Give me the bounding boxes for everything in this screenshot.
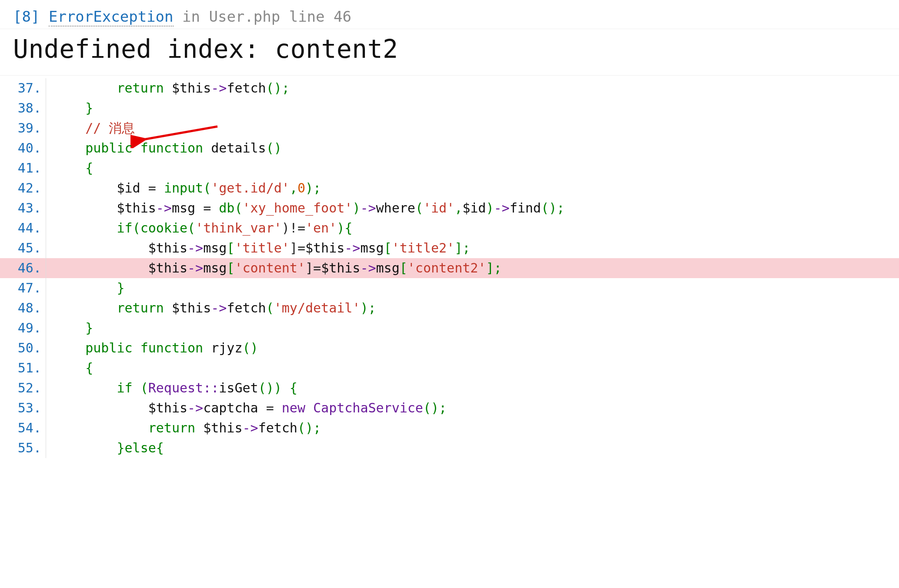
code-line: 43. $this->msg = db('xy_home_foot')->whe… [0, 198, 899, 218]
line-number: 41. [0, 158, 46, 178]
code-content: } [46, 278, 899, 298]
code-content: return $this->fetch('my/detail'); [46, 298, 899, 318]
line-number: 44. [0, 218, 46, 238]
code-line: 54. return $this->fetch(); [0, 418, 899, 438]
line-number: 50. [0, 338, 46, 358]
line-number: 46. [0, 258, 46, 278]
code-line: 37. return $this->fetch(); [0, 78, 899, 98]
exception-link[interactable]: ErrorException [49, 8, 174, 27]
code-content: return $this->fetch(); [46, 78, 899, 98]
code-content: } [46, 318, 899, 338]
code-line: 38. } [0, 98, 899, 118]
exception-header: [8] ErrorException in User.php line 46 [0, 0, 899, 29]
code-content: { [46, 158, 899, 178]
code-content: $id = input('get.id/d',0); [46, 178, 899, 198]
code-line: 42. $id = input('get.id/d',0); [0, 178, 899, 198]
line-number: 37. [0, 78, 46, 98]
in-word: in [182, 8, 200, 25]
code-line: 49. } [0, 318, 899, 338]
line-number: 38. [0, 98, 46, 118]
line-number: 51. [0, 358, 46, 378]
code-content: public function rjyz() [46, 338, 899, 358]
bracket-close: ] [31, 8, 40, 25]
code-content: $this->msg['content']=$this->msg['conten… [46, 258, 899, 278]
code-content: return $this->fetch(); [46, 418, 899, 438]
line-number: 43. [0, 198, 46, 218]
code-line: 47. } [0, 278, 899, 298]
bracket-open: [ [13, 8, 22, 25]
code-line: 46. $this->msg['content']=$this->msg['co… [0, 258, 899, 278]
error-number: 8 [22, 8, 30, 25]
code-content: if(cookie('think_var')!='en'){ [46, 218, 899, 238]
code-content: public function details() [46, 138, 899, 158]
line-number: 39. [0, 118, 46, 138]
code-content: // 消息 [46, 118, 899, 138]
line-number: 42. [0, 178, 46, 198]
code-line: 48. return $this->fetch('my/detail'); [0, 298, 899, 318]
error-title: Undefined index: content2 [0, 29, 899, 76]
line-number: 55. [0, 438, 46, 458]
code-line: 55. }else{ [0, 438, 899, 458]
line-number: 49. [0, 318, 46, 338]
code-line: 40. public function details() [0, 138, 899, 158]
code-content: } [46, 98, 899, 118]
code-content: }else{ [46, 438, 899, 458]
line-number: 53. [0, 398, 46, 418]
code-line: 51. { [0, 358, 899, 378]
line-number: 47. [0, 278, 46, 298]
code-content: $this->msg['title']=$this->msg['title2']… [46, 238, 899, 258]
code-line: 53. $this->captcha = new CaptchaService(… [0, 398, 899, 418]
line-number: 40. [0, 138, 46, 158]
code-line: 50. public function rjyz() [0, 338, 899, 358]
line-number: 54. [0, 418, 46, 438]
code-line: 52. if (Request::isGet()) { [0, 378, 899, 398]
code-line: 45. $this->msg['title']=$this->msg['titl… [0, 238, 899, 258]
code-content: { [46, 358, 899, 378]
code-line: 41. { [0, 158, 899, 178]
code-content: if (Request::isGet()) { [46, 378, 899, 398]
line-number: 45. [0, 238, 46, 258]
file-location: User.php line 46 [209, 8, 351, 25]
code-line: 44. if(cookie('think_var')!='en'){ [0, 218, 899, 238]
source-code-block: 37. return $this->fetch();38. }39. // 消息… [0, 76, 899, 458]
code-content: $this->captcha = new CaptchaService(); [46, 398, 899, 418]
code-content: $this->msg = db('xy_home_foot')->where('… [46, 198, 899, 218]
code-line: 39. // 消息 [0, 118, 899, 138]
line-number: 52. [0, 378, 46, 398]
line-number: 48. [0, 298, 46, 318]
